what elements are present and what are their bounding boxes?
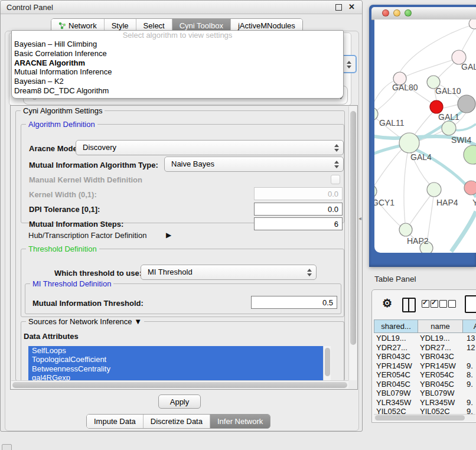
apply-button[interactable]: Apply bbox=[158, 394, 201, 409]
collapsed-arrow-icon[interactable]: ▶ bbox=[166, 231, 171, 239]
checked-checkbox-icon[interactable]: ✓ bbox=[431, 300, 438, 308]
sources-group: Sources for Network Inference ▼ Data Att… bbox=[21, 321, 344, 387]
group-title: Sources for Network Inference ▼ bbox=[26, 317, 144, 326]
aracne-mode-label: Aracne Mode: bbox=[29, 144, 80, 153]
column-header-name[interactable]: name bbox=[418, 319, 463, 333]
close-traffic-light[interactable] bbox=[382, 9, 389, 17]
mi-type-combobox[interactable]: Naive Bayes bbox=[164, 156, 344, 172]
node-label: GAL11 bbox=[379, 118, 405, 128]
scrollbar-thumb[interactable] bbox=[350, 111, 356, 345]
node-salmon[interactable] bbox=[464, 181, 476, 195]
list-scrollbar[interactable] bbox=[323, 346, 331, 382]
checked-checkbox-icon[interactable]: ✓ bbox=[422, 300, 429, 308]
dpi-tolerance-field[interactable]: 0.0 bbox=[254, 203, 343, 216]
scrollbar-thumb[interactable] bbox=[325, 348, 330, 376]
node-hap4[interactable] bbox=[427, 182, 441, 197]
unchecked-checkbox-icon[interactable] bbox=[439, 300, 447, 308]
stepper-icon bbox=[307, 268, 312, 277]
table-row[interactable]: YLR345WYLR345W9. bbox=[374, 398, 476, 407]
node-label: HAP2 bbox=[407, 236, 429, 246]
scrollbar-thumb[interactable] bbox=[12, 382, 347, 388]
page-title: Control Panel bbox=[6, 3, 53, 12]
group-title: Algorithm Definition bbox=[26, 120, 97, 129]
node-label: GAL4 bbox=[410, 152, 432, 162]
node-gal11[interactable] bbox=[374, 107, 378, 120]
network-graph: GAL GAL80 GAL10 GAL1 GAL11 SWI4 GAL4 GCY… bbox=[374, 19, 476, 253]
settings-scroll-container: Cyni Algorithm Settings Algorithm Defini… bbox=[10, 105, 358, 390]
tab-discretize-data[interactable]: Discretize Data bbox=[144, 415, 210, 428]
table-row[interactable]: YIL052CYIL052C9. bbox=[374, 407, 476, 414]
network-canvas[interactable]: GAL GAL80 GAL10 GAL1 GAL11 SWI4 GAL4 GCY… bbox=[374, 19, 476, 253]
network-icon bbox=[58, 22, 66, 30]
column-header-partial[interactable]: A bbox=[462, 319, 476, 333]
algorithm-dropdown-popup: Select algorithm to view settings Bayesi… bbox=[11, 30, 344, 99]
table-row[interactable]: YDL19...YDL19...13 bbox=[374, 334, 476, 343]
node-hap2[interactable] bbox=[399, 223, 412, 236]
stepper-icon bbox=[334, 144, 340, 152]
expanded-arrow-icon[interactable]: ▼ bbox=[134, 317, 142, 326]
mi-threshold-label: Mutual Information Threshold: bbox=[32, 299, 144, 308]
list-item-betweennesscentrality[interactable]: BetweennessCentrality bbox=[28, 364, 331, 373]
node-gcy1[interactable] bbox=[374, 185, 377, 198]
node-label: GAL10 bbox=[435, 86, 461, 96]
node-green[interactable] bbox=[464, 145, 476, 164]
panel-divider-grip[interactable]: ◂ bbox=[358, 215, 361, 221]
close-icon[interactable]: ✕ bbox=[348, 2, 355, 11]
settings-horizontal-scrollbar[interactable] bbox=[11, 380, 348, 389]
table-row[interactable]: YBR045CYBR045C9. bbox=[374, 380, 476, 389]
table-row[interactable]: YER054CYER054C8. bbox=[374, 370, 476, 380]
node-swi4[interactable] bbox=[442, 121, 456, 135]
node[interactable] bbox=[469, 19, 476, 29]
table-horizontal-scrollbar[interactable] bbox=[374, 414, 475, 421]
minimized-panel-icon[interactable] bbox=[2, 444, 12, 450]
dropdown-option-mutual-information[interactable]: Mutual Information Inference bbox=[12, 67, 343, 77]
which-threshold-label: Which threshold to use: bbox=[54, 269, 142, 278]
cyni-toolbox-tab-bar: Impute Data Discretize Data Infer Networ… bbox=[86, 414, 270, 429]
kernel-width-field[interactable]: 0.0 bbox=[254, 187, 343, 200]
dropdown-option-bayesian-hill-climbing[interactable]: Bayesian – Hill Climbing bbox=[12, 40, 343, 49]
dropdown-option-aracne[interactable]: ARACNE Algorithm bbox=[12, 58, 343, 68]
hub-definition-label: Hub/Transcription Factor Definition bbox=[28, 231, 146, 240]
table-row[interactable]: YPR145WYPR145W9. bbox=[374, 361, 476, 371]
table-row[interactable]: YBL079WYBL079W bbox=[374, 389, 476, 398]
settings-vertical-scrollbar[interactable] bbox=[348, 106, 357, 380]
dropdown-option-dream8[interactable]: Dream8 DC_TDC Algorithm bbox=[12, 86, 343, 96]
dpi-tolerance-label: DPI Tolerance [0,1]: bbox=[29, 205, 100, 214]
table-row[interactable]: YBR043CYBR043C bbox=[374, 352, 476, 361]
table-panel-window: ⚙ ✓ ✓ shared... name A YDL19...YDL19...1… bbox=[371, 289, 476, 423]
float-icon[interactable] bbox=[335, 4, 342, 11]
manual-kernel-checkbox[interactable] bbox=[331, 175, 340, 184]
which-threshold-combobox[interactable]: MI Threshold bbox=[141, 265, 317, 280]
tab-infer-network[interactable]: Infer Network bbox=[210, 415, 270, 428]
group-title: Cyni Algorithm Settings bbox=[21, 106, 105, 115]
cyni-algorithm-settings-group: Cyni Algorithm Settings Algorithm Defini… bbox=[15, 110, 345, 381]
node-gal1-selected[interactable] bbox=[430, 100, 443, 113]
zoom-traffic-light[interactable] bbox=[405, 9, 412, 17]
node-label: GAL80 bbox=[392, 83, 418, 92]
aracne-mode-combobox[interactable]: Discovery bbox=[76, 140, 344, 155]
list-item-selfloops[interactable]: SelfLoops bbox=[28, 346, 331, 355]
mi-threshold-definition-group: MI Threshold Definition Mutual Informati… bbox=[25, 283, 341, 314]
node-gal4[interactable] bbox=[399, 133, 419, 153]
stepper-icon bbox=[334, 160, 340, 169]
mi-steps-field[interactable]: 6 bbox=[254, 217, 343, 230]
minimize-traffic-light[interactable] bbox=[393, 9, 400, 17]
column-header-shared-name[interactable]: shared... bbox=[374, 319, 418, 333]
columns-icon[interactable] bbox=[402, 298, 416, 312]
unchecked-checkbox-icon[interactable] bbox=[448, 300, 456, 308]
mi-threshold-field[interactable]: 0.5 bbox=[251, 296, 337, 309]
dropdown-option-bayesian-k2[interactable]: Bayesian – K2 bbox=[12, 77, 343, 86]
dropdown-placeholder: Select algorithm to view settings bbox=[12, 31, 343, 40]
gear-icon[interactable]: ⚙ bbox=[382, 296, 392, 310]
tab-impute-data[interactable]: Impute Data bbox=[87, 415, 144, 428]
dropdown-option-basic-correlation[interactable]: Basic Correlation Inference bbox=[12, 49, 343, 58]
control-panel-window: Control Panel ✕ Network Style Select Cyn… bbox=[0, 0, 363, 432]
document-icon[interactable] bbox=[465, 295, 476, 313]
node-gray[interactable] bbox=[458, 95, 475, 113]
table-row[interactable]: YDR27...YDR27...12 bbox=[374, 343, 476, 353]
data-attributes-label: Data Attributes bbox=[24, 332, 79, 341]
scrollbar-thumb[interactable] bbox=[375, 415, 465, 420]
network-view-window: GAL GAL80 GAL10 GAL1 GAL11 SWI4 GAL4 GCY… bbox=[369, 5, 476, 267]
mi-steps-label: Mutual Information Steps: bbox=[29, 220, 123, 229]
list-item-topologicalcoefficient[interactable]: TopologicalCoefficient bbox=[28, 355, 331, 364]
